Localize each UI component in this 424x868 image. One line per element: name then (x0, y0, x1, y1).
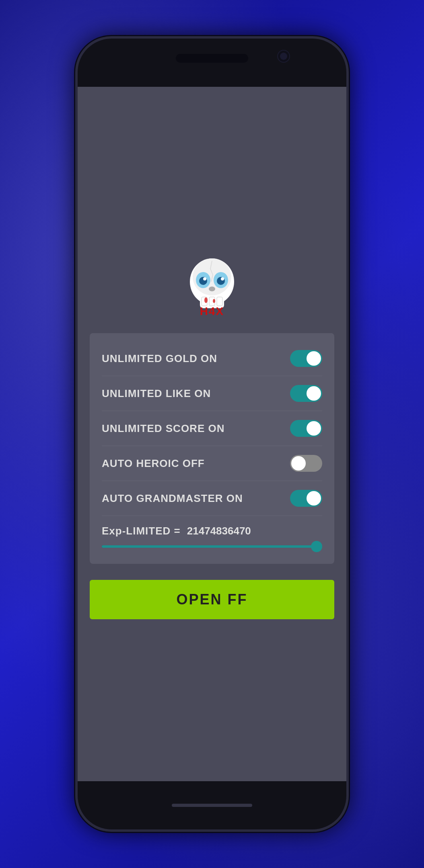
toggle-auto-heroic[interactable] (290, 455, 322, 472)
toggle-knob-unlimited-like (307, 386, 321, 401)
toggle-row-auto-grandmaster: AUTO GRANDMASTER ON (102, 481, 322, 516)
toggle-row-auto-heroic: AUTO HEROIC OFF (102, 446, 322, 481)
toggle-label-auto-heroic: AUTO HEROIC OFF (102, 457, 205, 470)
home-indicator (172, 804, 252, 807)
exp-value: 21474836470 (187, 525, 251, 537)
slider-fill (102, 545, 316, 548)
exp-row: Exp-LIMITED = 21474836470 (102, 516, 322, 541)
toggle-knob-unlimited-score (307, 421, 321, 436)
toggle-row-unlimited-gold: UNLIMITED GOLD ON (102, 341, 322, 376)
toggle-unlimited-score[interactable] (290, 420, 322, 437)
phone-screen: H4X UNLIMITED GOLD ON UNLIMITED LIKE ON (78, 87, 346, 781)
exp-label: Exp-LIMITED = (102, 525, 181, 537)
toggle-label-auto-grandmaster: AUTO GRANDMASTER ON (102, 492, 243, 505)
front-camera (277, 50, 290, 63)
settings-panel: UNLIMITED GOLD ON UNLIMITED LIKE ON UNLI… (90, 333, 334, 564)
toggle-row-unlimited-score: UNLIMITED SCORE ON (102, 411, 322, 446)
app-content: H4X UNLIMITED GOLD ON UNLIMITED LIKE ON (90, 249, 334, 619)
svg-point-8 (209, 287, 215, 291)
toggle-label-unlimited-score: UNLIMITED SCORE ON (102, 422, 224, 435)
slider-thumb (311, 541, 322, 552)
toggle-knob-auto-heroic (291, 456, 306, 471)
slider-track (102, 545, 322, 548)
toggle-knob-unlimited-gold (307, 351, 321, 366)
phone-top-bar (78, 39, 346, 87)
svg-point-15 (213, 299, 215, 303)
phone-shell: H4X UNLIMITED GOLD ON UNLIMITED LIKE ON (75, 36, 349, 832)
toggle-unlimited-like[interactable] (290, 385, 322, 402)
svg-point-14 (204, 297, 208, 303)
toggle-unlimited-gold[interactable] (290, 350, 322, 367)
svg-text:H4X: H4X (200, 305, 224, 317)
camera-lens (280, 53, 287, 60)
toggle-label-unlimited-gold: UNLIMITED GOLD ON (102, 352, 217, 365)
svg-point-7 (221, 277, 224, 280)
toggle-auto-grandmaster[interactable] (290, 490, 322, 507)
svg-point-6 (203, 277, 206, 280)
slider-container[interactable] (102, 541, 322, 556)
toggle-knob-auto-grandmaster (307, 491, 321, 506)
speaker (176, 54, 248, 63)
svg-rect-12 (217, 297, 222, 306)
open-ff-button[interactable]: OPEN FF (90, 580, 334, 619)
toggle-label-unlimited-like: UNLIMITED LIKE ON (102, 387, 211, 400)
phone-bottom (78, 781, 346, 829)
logo-container: H4X (176, 249, 248, 321)
h4x-logo: H4X (180, 253, 244, 317)
toggle-row-unlimited-like: UNLIMITED LIKE ON (102, 376, 322, 411)
